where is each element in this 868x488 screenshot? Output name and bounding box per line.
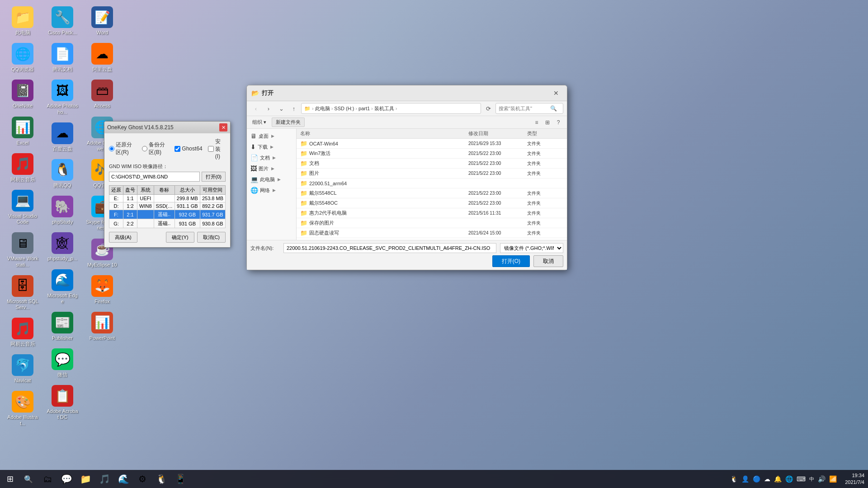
breadcrumb-bar[interactable]: 📁 › 此电脑 › SSD (H:) › part1 › 装机工具 ›	[301, 103, 481, 114]
col-type-header[interactable]: 类型	[527, 130, 563, 137]
breadcrumb-part1[interactable]: part1	[359, 106, 370, 111]
grid-view-button[interactable]: ⊞	[542, 118, 552, 127]
ime-icon[interactable]: 中	[808, 475, 815, 483]
col-name-header[interactable]: 名称	[300, 130, 468, 137]
ghost64-checkbox-label[interactable]: Ghost64	[175, 145, 202, 152]
dialog-open-button[interactable]: 打开(O)	[492, 255, 530, 267]
desktop-icon-phpStudy[interactable]: 🐘 phpStudy	[44, 194, 80, 227]
taskbar-item-5[interactable]: ⚙	[133, 471, 151, 487]
desktop-icon-sql-server[interactable]: 🗄 Microsoft SQL Serv...	[5, 273, 41, 312]
tray-wifi[interactable]: 📶	[828, 474, 838, 483]
desktop-icon-powerpoint[interactable]: 📊 PowerPoint	[84, 310, 120, 343]
desktop-icon-phptudy-web[interactable]: 🕸 phpstudy_p...	[44, 230, 80, 263]
desktop-icon-access[interactable]: 🗃 Access	[84, 78, 120, 111]
restore-radio-label[interactable]: 还原分区(R)	[109, 141, 137, 156]
taskbar-item-1[interactable]: 💬	[57, 471, 75, 487]
backup-radio-label[interactable]: 备份分区(B)	[142, 141, 169, 156]
file-row-2[interactable]: 📁 文档 2021/5/22 23:00 文件夹	[297, 159, 567, 169]
new-folder-button[interactable]: 新建文件夹	[272, 117, 305, 127]
install-checkbox[interactable]	[208, 146, 214, 152]
tray-icon-3[interactable]: 🔵	[752, 474, 761, 483]
tray-volume[interactable]: 🔊	[817, 474, 826, 483]
desktop-icon-adobe-ps[interactable]: 🖼 Adobe Photosho...	[44, 78, 80, 117]
file-row-4[interactable]: 📁 22000.51_arm64	[297, 178, 567, 188]
file-row-3[interactable]: 📁 图片 2021/5/22 23:00 文件夹	[297, 169, 567, 178]
desktop-icon-excel[interactable]: 📊 Excel	[5, 115, 41, 148]
desktop-icon-baidunetdisk[interactable]: ☁ 百度云盘	[44, 121, 80, 154]
taskbar-item-0[interactable]: 🗂	[38, 471, 57, 487]
path-input[interactable]	[109, 172, 200, 182]
nav-item-4[interactable]: 💻 此电脑 ▶	[247, 174, 296, 185]
taskbar-item-6[interactable]: 🐧	[152, 471, 170, 487]
filename-input[interactable]	[283, 243, 496, 253]
taskbar-item-3[interactable]: 🎵	[95, 471, 113, 487]
list-view-button[interactable]: ≡	[532, 118, 542, 127]
desktop-icon-visual-studio-code[interactable]: 💻 Visual Studio Code	[5, 188, 41, 227]
dialog-close-button[interactable]: ✕	[550, 88, 562, 98]
desktop-icon-folder[interactable]: 📁 此电脑	[5, 5, 41, 38]
file-row-9[interactable]: 📁 固态硬盘读写 2021/6/24 15:00 文件夹	[297, 228, 567, 238]
file-row-8[interactable]: 📁 保存的图片 文件夹	[297, 218, 567, 228]
desktop-icon-qq-browser[interactable]: 🌐 QQ浏览器	[5, 41, 41, 74]
desktop-icon-vmware[interactable]: 🖥 VMware Workstati...	[5, 230, 41, 269]
cancel-button[interactable]: 取消(C)	[197, 232, 226, 243]
organize-button[interactable]: 组织 ▾	[250, 118, 268, 127]
taskbar-item-2[interactable]: 📁	[76, 471, 94, 487]
desktop-icon-iqiyun[interactable]: ☁ 阿里云盘	[84, 41, 120, 74]
nav-forward-button[interactable]: ›	[263, 103, 274, 113]
desktop-icon-desk[interactable]: 🐬 Navicat	[5, 352, 41, 385]
taskbar-search-button[interactable]: 🔍	[20, 470, 37, 488]
tray-icon-1[interactable]: 🐧	[729, 474, 739, 483]
confirm-button[interactable]: 确定(Y)	[166, 232, 194, 243]
partition-row-0[interactable]: E: 1:1 UEFI 299.8 MB 253.8 MB	[109, 195, 226, 202]
file-row-6[interactable]: 📁 戴尔5548OC 2021/5/22 23:00 文件夹	[297, 198, 567, 208]
nav-back-button[interactable]: ‹	[250, 103, 261, 113]
file-row-1[interactable]: 📁 Win7激活 2021/5/22 23:00 文件夹	[297, 149, 567, 159]
tray-icon-5[interactable]: 🔔	[773, 474, 783, 483]
desktop-icon-microsoft-edge[interactable]: 🌊 Microsoft Edge	[44, 267, 80, 306]
desktop-icon-firefox[interactable]: 🦊 Firefox	[84, 273, 120, 306]
search-input[interactable]	[499, 106, 548, 111]
start-button[interactable]: ⊞	[0, 470, 20, 488]
file-row-7[interactable]: 📁 惠力2代手机电脑 2021/5/16 11:31 文件夹	[297, 208, 567, 218]
breadcrumb-pc-label[interactable]: 此电脑	[315, 105, 330, 112]
col-date-header[interactable]: 修改日期	[468, 130, 527, 137]
breadcrumb-ssd[interactable]: SSD (H:)	[334, 106, 354, 111]
nav-up-button[interactable]: ↑	[288, 103, 299, 113]
desktop-icon-netease-cloud[interactable]: 🎵 网易云音乐	[5, 151, 41, 184]
tray-icon-7[interactable]: ⌨	[796, 474, 807, 483]
desktop-icon-onenote[interactable]: 📓 OneNote	[5, 78, 41, 111]
help-button[interactable]: ?	[553, 118, 563, 127]
nav-item-3[interactable]: 🖼 图片 ▶	[247, 163, 296, 174]
advanced-button[interactable]: 高级(A)	[109, 232, 137, 243]
desktop-icon-adobe-illustrator[interactable]: 🎨 Adobe Illustrat...	[5, 389, 41, 428]
taskbar-item-4[interactable]: 🌊	[114, 471, 132, 487]
nav-item-5[interactable]: 🌐 网络 ▶	[247, 185, 296, 196]
taskbar-clock[interactable]: 19:34 2021/7/4	[841, 472, 868, 486]
nav-refresh-button[interactable]: ⟳	[483, 103, 494, 113]
tray-icon-6[interactable]: 🌐	[784, 474, 794, 483]
desktop-icon-iqq[interactable]: 🐧 腾讯QQ	[44, 157, 80, 190]
desktop-icon-word[interactable]: 📝 Word	[84, 5, 120, 38]
tray-icon-4[interactable]: ☁	[763, 474, 771, 483]
desktop-icon-wangyi[interactable]: 🎵 网易云音乐	[5, 316, 41, 349]
nav-dropdown-button[interactable]: ⌄	[276, 103, 287, 113]
backup-radio[interactable]	[142, 146, 147, 151]
file-row-0[interactable]: 📁 OCAT-Win64 2021/6/29 15:33 文件夹	[297, 139, 567, 149]
breadcrumb-tools[interactable]: 装机工具	[374, 105, 394, 112]
tray-icon-2[interactable]: 👤	[741, 474, 750, 483]
partition-row-3[interactable]: G: 2:2 遥磁.. 931 GB 930.8 GB	[109, 219, 226, 228]
nav-item-2[interactable]: 📄 文档 ▶	[247, 152, 296, 163]
nav-item-1[interactable]: ⬇ 下载 ▶	[247, 141, 296, 152]
install-checkbox-label[interactable]: 安装(I)	[208, 138, 226, 160]
breadcrumb-pc[interactable]: 📁	[304, 106, 311, 112]
desktop-icon-publisher[interactable]: 📰 Publisher	[44, 310, 80, 343]
nav-item-0[interactable]: 🖥 桌面 ▶	[247, 131, 296, 141]
partition-row-1[interactable]: D: 1:2 WIN8 SSD(… 931.1 GB 892.2 GB	[109, 202, 226, 210]
desktop-icon-adobe-acrobat[interactable]: 📋 Adobe Acrobat DC	[44, 383, 80, 422]
partition-row-2[interactable]: F: 2:1 遥磁.. 932 GB 931.7 GB	[109, 210, 226, 219]
dialog-cancel-button[interactable]: 取消	[533, 255, 563, 267]
file-row-5[interactable]: 📁 戴尔5548CL 2021/5/22 23:00 文件夹	[297, 188, 567, 198]
desktop-icon-wechat[interactable]: 💬 微信	[44, 347, 80, 380]
onekey-close-button[interactable]: ✕	[219, 123, 227, 131]
